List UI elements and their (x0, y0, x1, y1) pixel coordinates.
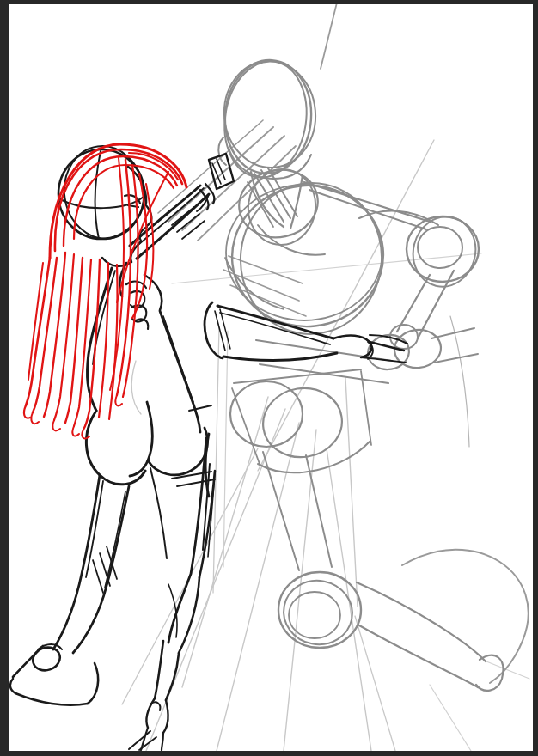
drawing-canvas[interactable] (0, 0, 538, 756)
app-dark-background (0, 0, 538, 756)
